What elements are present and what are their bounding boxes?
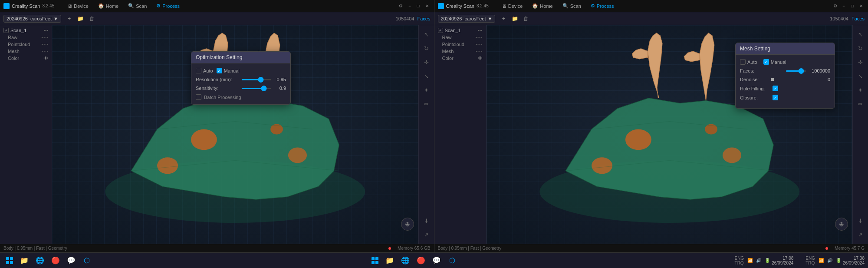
nav-scan-left[interactable]: 🔍 Scan xyxy=(124,2,151,10)
start-button-2[interactable] xyxy=(369,255,381,267)
delete-btn-right[interactable]: 🗑 xyxy=(521,14,531,23)
scene-more-left[interactable]: ••• xyxy=(43,28,48,33)
batch-checkbox[interactable] xyxy=(196,94,201,100)
add-btn-right[interactable]: + xyxy=(499,14,508,23)
scene-more-right[interactable]: ••• xyxy=(478,28,483,33)
optimization-panel-body: Auto ✓ Manual Resolution (mm): xyxy=(191,63,290,104)
rotate-btn-right[interactable]: ↻ xyxy=(855,43,866,54)
resolution-slider-thumb[interactable] xyxy=(258,77,264,83)
nav-home-left[interactable]: 🏠 Home xyxy=(94,2,123,10)
closure-checkbox[interactable]: ✓ xyxy=(773,95,778,100)
right-toolbar-left: ↖ ↻ ✛ ⤡ ✦ ✏ ⬇ ↗ xyxy=(418,25,434,244)
sensitivity-slider-thumb[interactable] xyxy=(261,86,267,91)
download-btn-left[interactable]: ⬇ xyxy=(421,215,432,226)
folder-btn-right[interactable]: 📁 xyxy=(510,14,519,23)
batch-check-row[interactable]: Batch Processing xyxy=(196,94,286,100)
add-btn-left[interactable]: + xyxy=(65,14,74,23)
taskbar-teams[interactable]: 💬 xyxy=(64,255,78,267)
delete-btn-left[interactable]: 🗑 xyxy=(87,14,97,23)
taskbar-files[interactable]: 📁 xyxy=(17,255,31,267)
auto-check-box-left[interactable] xyxy=(196,68,201,73)
scene-raw-right[interactable]: Raw ~~~ xyxy=(436,34,484,41)
scene-check-left[interactable]: ✓ xyxy=(3,28,9,33)
taskbar-teams-2[interactable]: 💬 xyxy=(430,255,444,267)
brush-btn-right[interactable]: ✏ xyxy=(855,98,866,109)
sensitivity-slider-track[interactable] xyxy=(242,88,271,89)
star-btn-right[interactable]: ✦ xyxy=(855,84,866,96)
taskbar-chrome[interactable]: 🔴 xyxy=(49,255,62,267)
star-btn-left[interactable]: ✦ xyxy=(421,84,432,96)
nav-process-left[interactable]: ⚙ Process xyxy=(152,2,184,10)
files-icon: 📁 xyxy=(20,256,29,265)
hole-filling-checkbox[interactable]: ✓ xyxy=(773,86,778,91)
auto-checkbox-left[interactable]: Auto xyxy=(196,68,213,73)
nav-scan-right[interactable]: 🔍 Scan xyxy=(558,2,585,10)
project-dropdown-left[interactable]: 20240926_carosFeet ▼ xyxy=(3,15,61,23)
compass-left[interactable]: ⊕ xyxy=(401,218,414,231)
scene-raw-left[interactable]: Raw ~~~ xyxy=(2,34,50,41)
nav-device-left[interactable]: 🖥 Device xyxy=(63,2,93,10)
taskbar-creality-2[interactable]: ⬡ xyxy=(445,255,459,267)
scale-btn-left[interactable]: ⤡ xyxy=(421,70,432,82)
mesh-auto-checkbox[interactable]: Auto xyxy=(740,59,757,65)
taskbar-edge[interactable]: 🌐 xyxy=(33,255,47,267)
mesh-manual-checkbox[interactable]: ✓ Manual xyxy=(763,59,786,65)
nav-device-right[interactable]: 🖥 Device xyxy=(497,2,527,10)
rotate-btn-left[interactable]: ↻ xyxy=(421,43,432,54)
close-btn-left[interactable]: ✕ xyxy=(424,3,431,10)
minimize-btn-left[interactable]: － xyxy=(406,3,413,10)
nav-process-right[interactable]: ⚙ Process xyxy=(586,2,618,10)
settings-btn-left[interactable]: ⚙ xyxy=(398,3,404,10)
mem-dot-right xyxy=(825,247,828,250)
date-right: 26/09/2024 xyxy=(843,261,865,265)
scene-mesh-right[interactable]: Mesh ~~~ xyxy=(436,48,484,55)
maximize-btn-left[interactable]: □ xyxy=(415,3,422,10)
scene-pointcloud-left[interactable]: Pointcloud ~~~ xyxy=(2,41,50,48)
scene-scan1-left[interactable]: ✓ Scan_1 ••• xyxy=(2,27,50,34)
scene-mesh-left[interactable]: Mesh ~~~ xyxy=(2,48,50,55)
faces-slider-thumb[interactable] xyxy=(798,68,804,74)
mesh-panel-body: Auto ✓ Manual Faces: xyxy=(736,55,835,108)
cursor-btn-right[interactable]: ↖ xyxy=(855,29,866,40)
move-btn-right[interactable]: ✛ xyxy=(855,56,866,68)
scene-color-right[interactable]: Color 👁 xyxy=(436,55,484,62)
project-dropdown-right[interactable]: 20240926_carosFeet ▼ xyxy=(438,15,496,23)
scene-color-left[interactable]: Color 👁 xyxy=(2,55,50,62)
settings-btn-right[interactable]: ⚙ xyxy=(832,3,838,10)
scene-scan1-right[interactable]: ✓ Scan_1 ••• xyxy=(436,27,484,34)
taskbar-time-right: 17:08 26/09/2024 xyxy=(843,256,865,265)
taskbar-files-2[interactable]: 📁 xyxy=(383,255,397,267)
brush-btn-left[interactable]: ✏ xyxy=(421,98,432,109)
nav-home-right[interactable]: 🏠 Home xyxy=(528,2,557,10)
manual-checkbox-left[interactable]: ✓ Manual xyxy=(217,68,240,73)
cursor-btn-left[interactable]: ↖ xyxy=(421,29,432,40)
faces-slider-track[interactable] xyxy=(786,70,806,72)
manual-check-box-left[interactable]: ✓ xyxy=(217,68,222,73)
resolution-slider-track[interactable] xyxy=(242,79,271,80)
folder-btn-left[interactable]: 📁 xyxy=(76,14,85,23)
mesh-manual-check-box[interactable]: ✓ xyxy=(763,59,769,65)
eye-icon-left[interactable]: 👁 xyxy=(43,56,48,61)
mesh-auto-check-box[interactable] xyxy=(740,59,746,65)
scene-check-right[interactable]: ✓ xyxy=(438,28,443,33)
close-btn-right[interactable]: ✕ xyxy=(858,3,865,10)
move-btn-left[interactable]: ✛ xyxy=(421,56,432,68)
denoise-dot[interactable] xyxy=(771,78,774,81)
share-btn-right[interactable]: ↗ xyxy=(855,229,866,240)
view3d-left[interactable]: Optimization Setting Auto ✓ Manual xyxy=(52,25,418,244)
eye-icon-right[interactable]: 👁 xyxy=(478,56,483,61)
compass-right[interactable]: ⊕ xyxy=(835,218,848,231)
start-button[interactable] xyxy=(3,255,16,267)
taskbar-chrome-2[interactable]: 🔴 xyxy=(414,255,428,267)
share-btn-left[interactable]: ↗ xyxy=(421,229,432,240)
view3d-right[interactable]: Mesh Setting Auto ✓ Manual xyxy=(487,25,853,244)
download-btn-right[interactable]: ⬇ xyxy=(855,215,866,226)
scene-pointcloud-right[interactable]: Pointcloud ~~~ xyxy=(436,41,484,48)
taskbar-edge-2[interactable]: 🌐 xyxy=(398,255,412,267)
scale-btn-right[interactable]: ⤡ xyxy=(855,70,866,82)
taskbar-creality[interactable]: ⬡ xyxy=(80,255,94,267)
faces-slider-row: Faces: 1000000 xyxy=(740,68,830,73)
minimize-btn-right[interactable]: － xyxy=(840,3,847,10)
maximize-btn-right[interactable]: □ xyxy=(849,3,856,10)
denoise-row: Denoise: 0 xyxy=(740,77,830,82)
